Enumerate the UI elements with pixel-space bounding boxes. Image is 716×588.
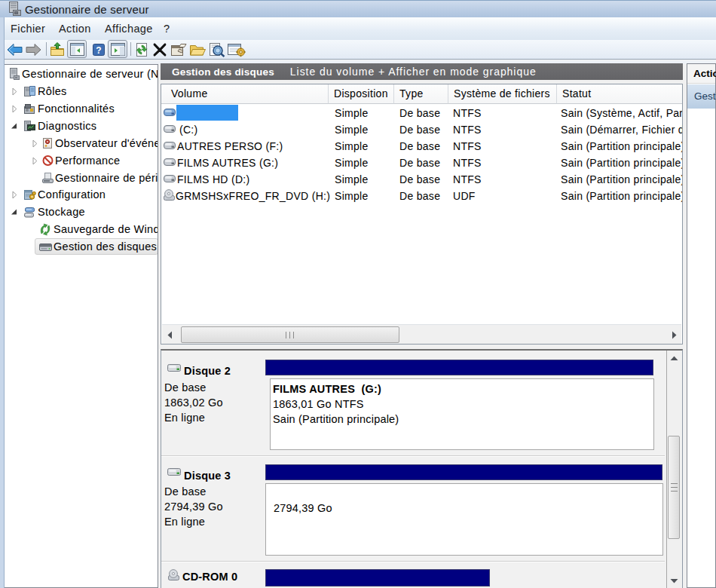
svg-text:?: ? — [96, 45, 101, 56]
